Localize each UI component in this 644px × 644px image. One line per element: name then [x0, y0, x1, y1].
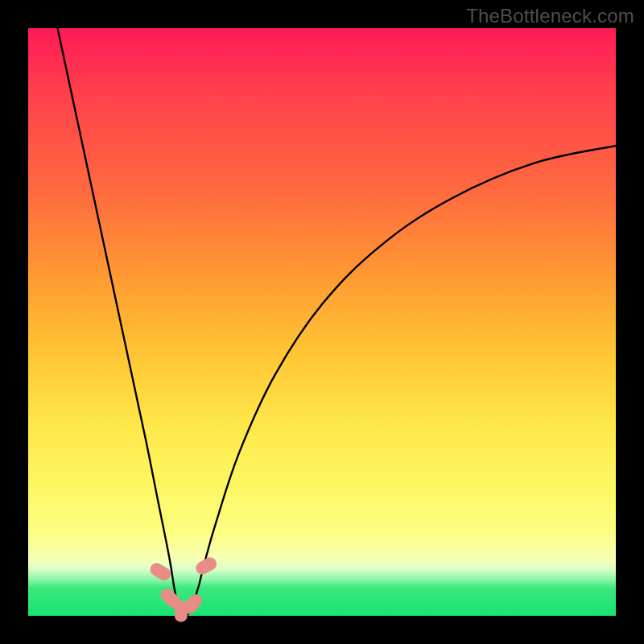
chart-frame: TheBottleneck.com	[0, 0, 644, 644]
bottleneck-curve	[58, 28, 617, 618]
watermark-text: TheBottleneck.com	[466, 5, 634, 27]
plot-area	[28, 28, 616, 616]
curve-svg	[28, 28, 616, 616]
optimal-zone-markers	[148, 555, 219, 622]
marker	[148, 561, 173, 583]
